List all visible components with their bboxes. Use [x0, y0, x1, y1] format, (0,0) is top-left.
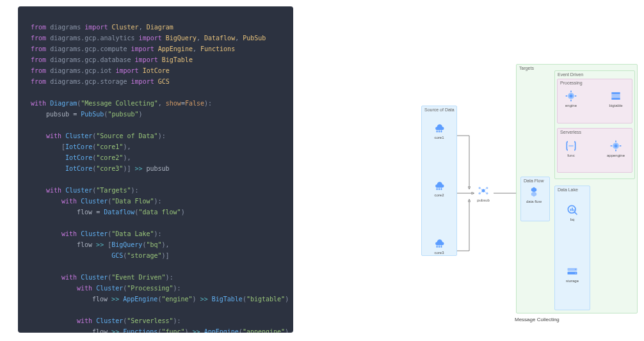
- code-line: with Cluster("Event Driven"):: [31, 272, 280, 283]
- svg-point-26: [486, 193, 488, 194]
- svg-point-40: [568, 145, 570, 147]
- cluster-label: Source of Data: [424, 107, 455, 112]
- node-label: core1: [434, 136, 444, 139]
- svg-rect-36: [575, 95, 577, 97]
- code-line: [31, 218, 280, 228]
- node-pubsub: pubsub: [474, 184, 492, 202]
- code-line: from diagrams.gcp.analytics import BigQu…: [31, 33, 280, 44]
- cluster-label: Processing: [560, 81, 583, 85]
- code-line: [31, 174, 280, 185]
- bigquery-icon: [565, 203, 580, 216]
- svg-rect-51: [572, 208, 573, 211]
- svg-rect-38: [611, 95, 620, 97]
- cluster-label: Data Flow: [524, 178, 544, 183]
- code-line: from diagrams.gcp.iot import IotCore: [31, 65, 280, 76]
- svg-point-32: [570, 95, 573, 98]
- svg-point-57: [575, 273, 576, 274]
- svg-rect-33: [570, 91, 572, 93]
- svg-point-42: [572, 145, 574, 147]
- node-label: bigtable: [609, 104, 622, 107]
- svg-rect-48: [620, 145, 622, 147]
- code-line: flow = Dataflow("data flow"): [31, 207, 280, 218]
- diagram-title: Message Collecting: [515, 317, 559, 322]
- node-label: core3: [434, 251, 444, 255]
- code-line: IotCore("core2"),: [31, 152, 280, 163]
- code-line: from diagrams.gcp.storage import GCS: [31, 76, 280, 87]
- code-line: with Cluster("Serverless"):: [31, 315, 280, 326]
- code-line: with Cluster("Source of Data"):: [31, 131, 280, 141]
- node-dataflow: data flow: [525, 186, 543, 203]
- node-iotcore-core3: core3: [430, 237, 448, 255]
- code-line: flow >> Functions("func") >> AppEngine("…: [31, 326, 280, 333]
- appengine-icon: [608, 139, 624, 152]
- svg-rect-47: [611, 145, 613, 147]
- svg-line-28: [485, 189, 487, 191]
- bigtable-icon: [608, 90, 624, 102]
- node-bigquery: bq: [563, 203, 581, 221]
- svg-point-24: [486, 187, 488, 189]
- node-label: pubsub: [477, 198, 490, 202]
- svg-line-30: [485, 191, 487, 193]
- svg-point-44: [615, 145, 618, 148]
- code-panel: from diagrams import Cluster, Diagram fr…: [18, 6, 293, 333]
- svg-rect-37: [611, 92, 620, 94]
- node-label: func: [567, 154, 574, 157]
- iot-icon: [431, 122, 447, 134]
- node-label: bq: [570, 218, 575, 221]
- svg-line-53: [574, 212, 577, 214]
- node-iotcore-core2: core2: [430, 179, 448, 197]
- svg-rect-34: [570, 100, 572, 102]
- code-line: with Cluster("Processing"):: [31, 283, 280, 294]
- code-line: [31, 120, 280, 131]
- node-iotcore-core1: core1: [430, 122, 448, 139]
- svg-rect-35: [566, 95, 568, 97]
- code-line: from diagrams.gcp.database import BigTab…: [31, 54, 280, 65]
- diagram-panel: Source of Data Targets Event Driven Proc…: [293, 0, 644, 341]
- code-line: pubsub = PubSub("pubsub"): [31, 109, 280, 120]
- svg-rect-45: [615, 141, 616, 143]
- code-line: [31, 87, 280, 98]
- appengine-icon: [563, 90, 579, 102]
- svg-point-22: [482, 189, 485, 193]
- node-functions: func: [562, 139, 580, 157]
- node-label: core2: [434, 193, 444, 197]
- node-label: data flow: [526, 200, 542, 203]
- svg-rect-50: [570, 209, 572, 210]
- code-line: from diagrams.gcp.compute import AppEngi…: [31, 44, 280, 54]
- node-label: engine: [565, 104, 577, 107]
- cluster-label: Data Lake: [558, 187, 578, 192]
- storage-icon: [565, 265, 580, 278]
- svg-point-56: [575, 269, 576, 270]
- svg-line-27: [481, 189, 483, 191]
- node-label: storage: [566, 279, 579, 283]
- dataflow-icon: [526, 186, 542, 198]
- svg-rect-39: [611, 98, 620, 100]
- code-line: [31, 305, 280, 315]
- node-gcs-storage: storage: [563, 265, 581, 283]
- code-line: flow >> [BigQuery("bq"),: [31, 239, 280, 250]
- iot-icon: [431, 179, 447, 192]
- svg-rect-52: [574, 209, 575, 211]
- cluster-label: Serverless: [560, 130, 581, 134]
- code-line: GCS("storage")]: [31, 250, 280, 261]
- svg-point-25: [479, 193, 481, 194]
- svg-rect-46: [615, 150, 616, 152]
- code-line: [31, 261, 280, 272]
- code-line: with Cluster("Data Lake"):: [31, 228, 280, 239]
- node-appengine-appengine: appengine: [607, 139, 625, 157]
- pubsub-icon: [476, 184, 491, 197]
- cluster-label: Event Driven: [558, 72, 583, 77]
- code-line: with Cluster("Targets"):: [31, 185, 280, 196]
- code-line: IotCore("core3")] >> pubsub: [31, 163, 280, 174]
- iot-icon: [431, 237, 447, 250]
- functions-icon: [563, 139, 579, 152]
- code-line: flow >> AppEngine("engine") >> BigTable(…: [31, 294, 280, 305]
- code-line: from diagrams import Cluster, Diagram: [31, 22, 280, 33]
- code-line: [IotCore("core1"),: [31, 141, 280, 152]
- svg-point-41: [570, 145, 572, 147]
- node-appengine-engine: engine: [562, 90, 580, 107]
- code-line: with Diagram("Message Collecting", show=…: [31, 98, 280, 109]
- code-line: with Cluster("Data Flow"):: [31, 196, 280, 207]
- node-label: appengine: [607, 154, 625, 157]
- svg-point-23: [479, 187, 481, 189]
